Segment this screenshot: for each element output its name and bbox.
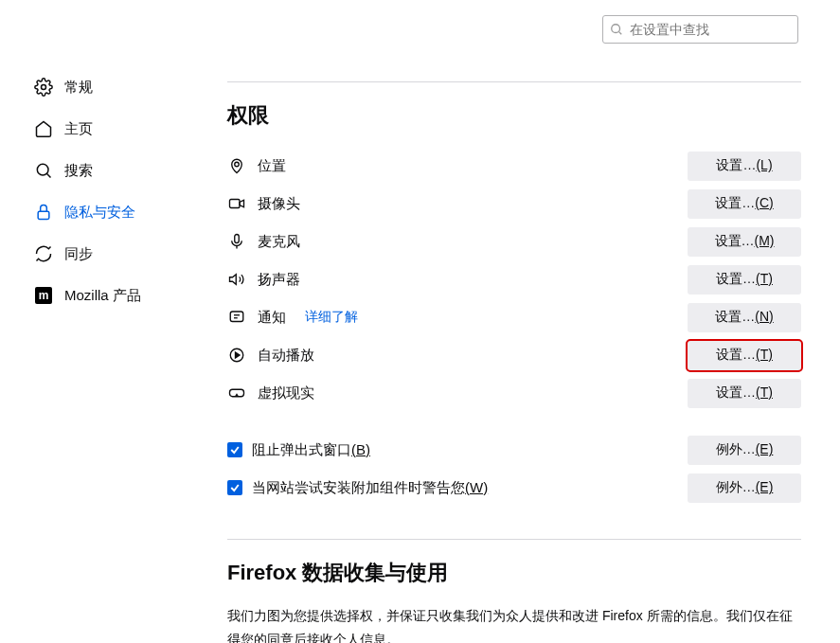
exception-btn-addon[interactable]: 例外…(E) [688, 473, 801, 503]
perm-label-notification: 通知 [258, 309, 286, 327]
perm-row-autoplay: 自动播放 设置…(T) [227, 336, 801, 374]
sidebar-label-privacy: 隐私与安全 [64, 204, 135, 222]
svg-point-2 [42, 85, 46, 90]
location-icon [227, 156, 246, 175]
camera-icon [227, 194, 246, 213]
notification-icon [227, 308, 246, 327]
sidebar-item-privacy[interactable]: 隐私与安全 [34, 193, 195, 231]
home-icon [34, 119, 53, 138]
svg-line-4 [46, 173, 50, 177]
main-content: 权限 位置 设置…(L) 摄像头 设置…(C) 麦克风 设置…(M) 扬声器 设… [227, 81, 801, 643]
magnifier-icon [34, 161, 53, 180]
divider-bottom [227, 539, 801, 540]
sidebar-item-search[interactable]: 搜索 [34, 152, 195, 189]
svg-line-1 [619, 32, 622, 35]
checkbox-popup[interactable] [227, 442, 242, 457]
sidebar-label-general: 常规 [64, 79, 93, 97]
svg-point-0 [612, 25, 620, 33]
data-title: Firefox 数据收集与使用 [227, 559, 801, 587]
sidebar-item-home[interactable]: 主页 [34, 110, 195, 148]
search-input[interactable] [602, 15, 798, 44]
perm-row-microphone: 麦克风 设置…(M) [227, 223, 801, 260]
perm-btn-location[interactable]: 设置…(L) [688, 152, 801, 181]
mozilla-icon: m [34, 286, 53, 305]
perm-row-speaker: 扬声器 设置…(T) [227, 260, 801, 298]
search-container [602, 15, 798, 44]
perm-btn-camera[interactable]: 设置…(C) [688, 189, 801, 219]
sidebar: 常规 主页 搜索 隐私与安全 同步 m Mozilla 产品 [34, 68, 195, 318]
speaker-icon [227, 270, 246, 289]
perm-btn-autoplay[interactable]: 设置…(T) [688, 341, 801, 370]
sidebar-item-sync[interactable]: 同步 [34, 235, 195, 273]
sync-icon [34, 244, 53, 263]
check-row-addon: 当网站尝试安装附加组件时警告您(W) 例外…(E) [227, 469, 801, 507]
perm-label-speaker: 扬声器 [258, 271, 300, 289]
gear-icon [34, 78, 53, 97]
perm-label-microphone: 麦克风 [258, 233, 300, 251]
exception-btn-popup[interactable]: 例外…(E) [688, 436, 801, 465]
svg-rect-7 [230, 200, 241, 208]
svg-marker-10 [230, 275, 237, 285]
sidebar-label-search: 搜索 [64, 162, 93, 180]
svg-rect-11 [230, 312, 243, 322]
check-row-popup: 阻止弹出式窗口(B) 例外…(E) [227, 431, 801, 469]
perm-label-location: 位置 [258, 157, 286, 175]
perm-row-camera: 摄像头 设置…(C) [227, 185, 801, 223]
sidebar-label-sync: 同步 [64, 245, 93, 263]
check-label-popup: 阻止弹出式窗口(B) [252, 441, 370, 459]
perm-btn-notification[interactable]: 设置…(N) [688, 303, 801, 332]
perm-row-notification: 通知 详细了解 设置…(N) [227, 298, 801, 336]
perm-btn-vr[interactable]: 设置…(T) [688, 379, 801, 408]
svg-rect-5 [38, 211, 49, 219]
sidebar-label-mozilla: Mozilla 产品 [64, 287, 141, 305]
check-label-addon: 当网站尝试安装附加组件时警告您(W) [252, 479, 488, 497]
perm-label-camera: 摄像头 [258, 195, 300, 213]
autoplay-icon [227, 346, 246, 365]
perm-btn-speaker[interactable]: 设置…(T) [688, 265, 801, 295]
perm-label-autoplay: 自动播放 [258, 347, 314, 365]
sidebar-item-mozilla[interactable]: m Mozilla 产品 [34, 277, 195, 314]
perm-label-vr: 虚拟现实 [258, 384, 314, 402]
notification-learn-more[interactable]: 详细了解 [305, 309, 358, 326]
data-desc: 我们力图为您提供选择权，并保证只收集我们为众人提供和改进 Firefox 所需的… [227, 604, 801, 643]
divider-top [227, 81, 801, 82]
svg-rect-8 [235, 235, 240, 243]
perm-row-vr: 虚拟现实 设置…(T) [227, 374, 801, 412]
checkbox-addon[interactable] [227, 480, 242, 495]
svg-point-6 [235, 162, 240, 167]
vr-icon [227, 384, 246, 402]
perm-btn-microphone[interactable]: 设置…(M) [688, 227, 801, 257]
search-icon [610, 23, 623, 36]
permissions-title: 权限 [227, 101, 801, 130]
lock-icon [34, 203, 53, 222]
sidebar-item-general[interactable]: 常规 [34, 68, 195, 106]
perm-row-location: 位置 设置…(L) [227, 147, 801, 185]
svg-marker-15 [236, 352, 241, 358]
sidebar-label-home: 主页 [64, 120, 93, 138]
svg-point-3 [37, 164, 48, 175]
microphone-icon [227, 232, 246, 251]
